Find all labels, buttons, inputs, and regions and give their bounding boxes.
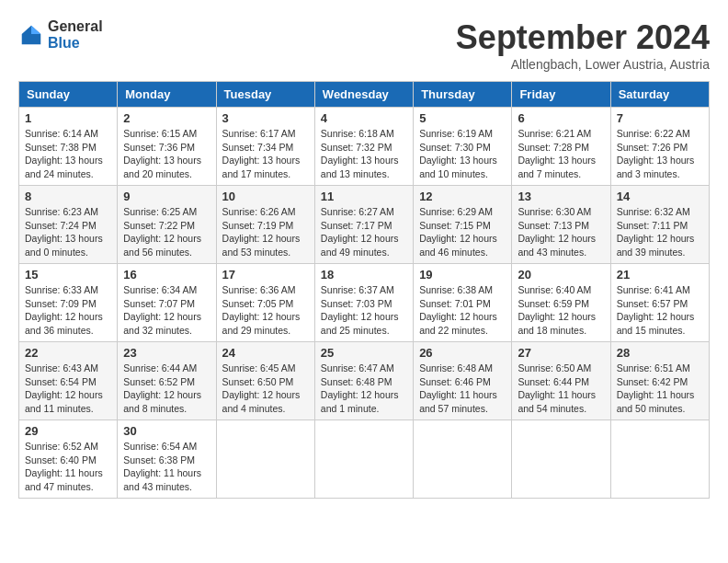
header-tuesday: Tuesday [216,82,314,108]
header-wednesday: Wednesday [314,82,413,108]
logo: General Blue [18,18,103,51]
day-number: 9 [123,190,210,203]
day-info: Sunrise: 6:21 AMSunset: 7:28 PMDaylight:… [518,127,604,181]
day-cell: 23Sunrise: 6:44 AMSunset: 6:52 PMDayligh… [118,342,216,420]
day-cell: 27Sunrise: 6:50 AMSunset: 6:44 PMDayligh… [512,342,610,420]
day-cell: 2Sunrise: 6:15 AMSunset: 7:36 PMDaylight… [118,108,216,186]
day-info: Sunrise: 6:37 AMSunset: 7:03 PMDaylight:… [321,283,407,338]
day-cell: 11Sunrise: 6:27 AMSunset: 7:17 PMDayligh… [314,186,413,264]
day-info: Sunrise: 6:29 AMSunset: 7:15 PMDaylight:… [419,205,506,259]
day-number: 7 [617,111,703,125]
logo-general: General [48,18,103,35]
day-info: Sunrise: 6:47 AMSunset: 6:48 PMDaylight:… [321,362,407,416]
logo-text: General Blue [48,18,103,51]
day-number: 13 [518,190,604,203]
day-cell [414,420,512,499]
day-cell: 8Sunrise: 6:23 AMSunset: 7:24 PMDaylight… [19,186,118,264]
day-info: Sunrise: 6:41 AMSunset: 6:57 PMDaylight:… [617,283,703,338]
day-cell: 20Sunrise: 6:40 AMSunset: 6:59 PMDayligh… [512,264,610,342]
day-cell: 6Sunrise: 6:21 AMSunset: 7:28 PMDaylight… [512,108,610,186]
day-info: Sunrise: 6:27 AMSunset: 7:17 PMDaylight:… [321,205,407,259]
day-cell: 25Sunrise: 6:47 AMSunset: 6:48 PMDayligh… [314,342,413,420]
day-number: 15 [25,268,111,282]
day-cell: 1Sunrise: 6:14 AMSunset: 7:38 PMDaylight… [19,108,118,186]
header-friday: Friday [512,82,610,108]
month-year-title: September 2024 [456,18,710,57]
logo-icon [18,22,44,48]
day-number: 25 [321,346,407,360]
day-info: Sunrise: 6:32 AMSunset: 7:11 PMDaylight:… [617,205,703,259]
svg-marker-1 [31,25,40,33]
day-cell [216,420,314,499]
day-info: Sunrise: 6:36 AMSunset: 7:05 PMDaylight:… [222,283,309,338]
day-cell: 16Sunrise: 6:34 AMSunset: 7:07 PMDayligh… [118,264,216,342]
day-info: Sunrise: 6:45 AMSunset: 6:50 PMDaylight:… [222,362,309,416]
day-info: Sunrise: 6:14 AMSunset: 7:38 PMDaylight:… [25,127,111,181]
day-cell: 10Sunrise: 6:26 AMSunset: 7:19 PMDayligh… [216,186,314,264]
day-cell: 30Sunrise: 6:54 AMSunset: 6:38 PMDayligh… [118,420,216,499]
day-number: 29 [25,424,111,438]
day-info: Sunrise: 6:26 AMSunset: 7:19 PMDaylight:… [222,205,309,259]
day-number: 2 [123,111,210,125]
day-number: 3 [222,111,309,125]
day-cell [610,420,709,499]
day-info: Sunrise: 6:43 AMSunset: 6:54 PMDaylight:… [25,362,111,416]
location-subtitle: Altlengbach, Lower Austria, Austria [456,57,710,72]
day-info: Sunrise: 6:48 AMSunset: 6:46 PMDaylight:… [419,362,506,416]
page-header: General Blue September 2024 Altlengbach,… [18,18,710,72]
day-number: 16 [123,268,210,282]
day-number: 17 [222,268,309,282]
day-info: Sunrise: 6:52 AMSunset: 6:40 PMDaylight:… [25,440,111,494]
day-number: 27 [518,346,604,360]
day-info: Sunrise: 6:15 AMSunset: 7:36 PMDaylight:… [123,127,210,181]
day-cell: 15Sunrise: 6:33 AMSunset: 7:09 PMDayligh… [19,264,118,342]
day-number: 14 [617,190,703,203]
day-number: 6 [518,111,604,125]
day-cell: 26Sunrise: 6:48 AMSunset: 6:46 PMDayligh… [414,342,512,420]
day-info: Sunrise: 6:23 AMSunset: 7:24 PMDaylight:… [25,205,111,259]
day-cell: 29Sunrise: 6:52 AMSunset: 6:40 PMDayligh… [19,420,118,499]
day-cell: 28Sunrise: 6:51 AMSunset: 6:42 PMDayligh… [610,342,709,420]
day-cell: 18Sunrise: 6:37 AMSunset: 7:03 PMDayligh… [314,264,413,342]
day-cell: 13Sunrise: 6:30 AMSunset: 7:13 PMDayligh… [512,186,610,264]
logo-blue: Blue [48,35,103,52]
day-cell: 22Sunrise: 6:43 AMSunset: 6:54 PMDayligh… [19,342,118,420]
calendar-table: SundayMondayTuesdayWednesdayThursdayFrid… [18,81,710,499]
day-info: Sunrise: 6:50 AMSunset: 6:44 PMDaylight:… [518,362,604,416]
day-cell [512,420,610,499]
week-row-5: 29Sunrise: 6:52 AMSunset: 6:40 PMDayligh… [19,420,710,499]
day-cell [314,420,413,499]
header-monday: Monday [118,82,216,108]
day-cell: 3Sunrise: 6:17 AMSunset: 7:34 PMDaylight… [216,108,314,186]
day-info: Sunrise: 6:18 AMSunset: 7:32 PMDaylight:… [321,127,407,181]
day-info: Sunrise: 6:54 AMSunset: 6:38 PMDaylight:… [123,440,210,494]
day-number: 18 [321,268,407,282]
day-number: 22 [25,346,111,360]
week-row-4: 22Sunrise: 6:43 AMSunset: 6:54 PMDayligh… [19,342,710,420]
day-info: Sunrise: 6:17 AMSunset: 7:34 PMDaylight:… [222,127,309,181]
day-cell: 24Sunrise: 6:45 AMSunset: 6:50 PMDayligh… [216,342,314,420]
day-cell: 21Sunrise: 6:41 AMSunset: 6:57 PMDayligh… [610,264,709,342]
day-info: Sunrise: 6:44 AMSunset: 6:52 PMDaylight:… [123,362,210,416]
title-block: September 2024 Altlengbach, Lower Austri… [456,18,710,72]
week-row-3: 15Sunrise: 6:33 AMSunset: 7:09 PMDayligh… [19,264,710,342]
day-number: 10 [222,190,309,203]
day-info: Sunrise: 6:25 AMSunset: 7:22 PMDaylight:… [123,205,210,259]
day-cell: 7Sunrise: 6:22 AMSunset: 7:26 PMDaylight… [610,108,709,186]
day-number: 20 [518,268,604,282]
header-row: SundayMondayTuesdayWednesdayThursdayFrid… [19,82,710,108]
day-number: 11 [321,190,407,203]
day-number: 12 [419,190,506,203]
header-sunday: Sunday [19,82,118,108]
day-info: Sunrise: 6:34 AMSunset: 7:07 PMDaylight:… [123,283,210,338]
day-number: 24 [222,346,309,360]
week-row-2: 8Sunrise: 6:23 AMSunset: 7:24 PMDaylight… [19,186,710,264]
day-number: 28 [617,346,703,360]
day-number: 4 [321,111,407,125]
day-cell: 4Sunrise: 6:18 AMSunset: 7:32 PMDaylight… [314,108,413,186]
day-info: Sunrise: 6:19 AMSunset: 7:30 PMDaylight:… [419,127,506,181]
day-cell: 19Sunrise: 6:38 AMSunset: 7:01 PMDayligh… [414,264,512,342]
day-info: Sunrise: 6:22 AMSunset: 7:26 PMDaylight:… [617,127,703,181]
day-cell: 17Sunrise: 6:36 AMSunset: 7:05 PMDayligh… [216,264,314,342]
day-number: 26 [419,346,506,360]
